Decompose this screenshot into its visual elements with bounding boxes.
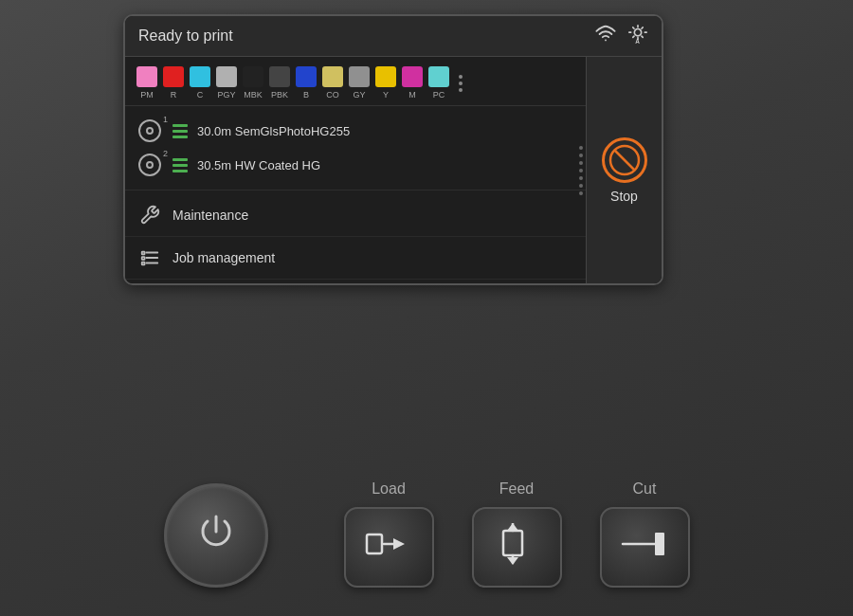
ink-swatch-y: Y: [375, 66, 396, 100]
ink-swatch-r: R: [163, 66, 184, 100]
load-button[interactable]: [344, 507, 434, 588]
svg-line-18: [615, 151, 634, 170]
feed-label: Feed: [499, 480, 534, 498]
ink-swatch-pm: PM: [136, 66, 157, 100]
svg-line-9: [642, 27, 643, 28]
screen-content: PMRCPGYMBKPBKBCOGYYMPC 1: [125, 57, 662, 283]
stop-label: Stop: [610, 189, 638, 204]
roll2-bars: [172, 158, 188, 172]
svg-rect-16: [142, 263, 145, 265]
roll2-icon: 2: [136, 152, 163, 178]
roll1-info: 30.0m SemGlsPhotoHG255: [197, 124, 350, 138]
ink-swatch-pc: PC: [428, 66, 449, 100]
ink-swatch-pgy: PGY: [216, 66, 237, 100]
maintenance-label: Maintenance: [172, 208, 248, 223]
power-icon: [195, 511, 237, 561]
feed-button-group: Feed: [472, 480, 562, 588]
ink-swatch-pbk: PBK: [269, 66, 290, 100]
menu-section: Maintenance: [125, 190, 586, 283]
status-bar: Ready to print: [125, 16, 662, 57]
side-panel: Stop: [586, 57, 662, 283]
svg-marker-21: [393, 538, 405, 550]
roll1-bars: [172, 124, 188, 138]
load-icon: [365, 525, 412, 570]
screen-panel: Ready to print: [123, 14, 663, 285]
roll2-info: 30.5m HW Coated HG: [197, 158, 320, 172]
bottom-controls: Load Feed: [0, 480, 853, 588]
load-button-group: Load: [344, 480, 434, 588]
svg-rect-22: [503, 531, 522, 555]
media-section: 1 30.0m SemGlsPhotoHG255: [125, 106, 586, 190]
load-label: Load: [372, 480, 406, 498]
ink-swatch-gy: GY: [349, 66, 370, 100]
ink-swatch-co: CO: [322, 66, 343, 100]
stop-icon: [602, 137, 647, 183]
svg-line-8: [633, 36, 634, 37]
status-text: Ready to print: [138, 27, 233, 45]
job-management-label: Job management: [172, 250, 275, 265]
feed-icon: [498, 523, 535, 571]
svg-rect-14: [142, 252, 145, 255]
wrench-icon: [138, 204, 161, 226]
cut-icon: [619, 525, 671, 570]
svg-point-1: [634, 29, 641, 36]
job-management-menu-item[interactable]: Job management: [125, 237, 586, 280]
side-dots: [579, 146, 583, 195]
ink-row-dots: [459, 75, 463, 92]
wifi-icon: [595, 24, 616, 48]
svg-marker-26: [507, 557, 518, 565]
cut-label: Cut: [633, 480, 657, 498]
svg-line-7: [642, 36, 643, 37]
roll1-icon: 1: [136, 118, 163, 144]
svg-point-0: [605, 40, 607, 42]
power-button[interactable]: [164, 483, 268, 588]
svg-text:A: A: [635, 38, 640, 45]
ink-swatch-m: M: [402, 66, 423, 100]
stop-button[interactable]: Stop: [602, 137, 647, 204]
cut-button-group: Cut: [600, 480, 690, 588]
ink-row: PMRCPGYMBKPBKBCOGYYMPC: [125, 57, 586, 106]
svg-rect-28: [655, 533, 664, 555]
svg-marker-24: [507, 523, 518, 531]
printer-body: Ready to print: [0, 0, 853, 616]
power-button-container: [164, 483, 268, 588]
status-icons: A: [595, 24, 648, 48]
ink-swatch-b: B: [296, 66, 317, 100]
maintenance-menu-item[interactable]: Maintenance: [125, 194, 586, 237]
screen-main: PMRCPGYMBKPBKBCOGYYMPC 1: [125, 57, 586, 283]
brightness-icon: A: [627, 24, 648, 48]
roll1-row: 1 30.0m SemGlsPhotoHG255: [136, 114, 574, 148]
svg-rect-19: [367, 534, 382, 553]
svg-rect-15: [142, 257, 145, 260]
ink-swatch-c: C: [190, 66, 210, 100]
svg-line-6: [633, 27, 634, 28]
ink-swatch-mbk: MBK: [243, 66, 263, 100]
cut-button[interactable]: [600, 507, 690, 588]
list-icon: [138, 246, 161, 269]
roll2-row[interactable]: 2 30.5m HW Coated HG: [136, 148, 574, 182]
feed-button[interactable]: [472, 507, 562, 588]
